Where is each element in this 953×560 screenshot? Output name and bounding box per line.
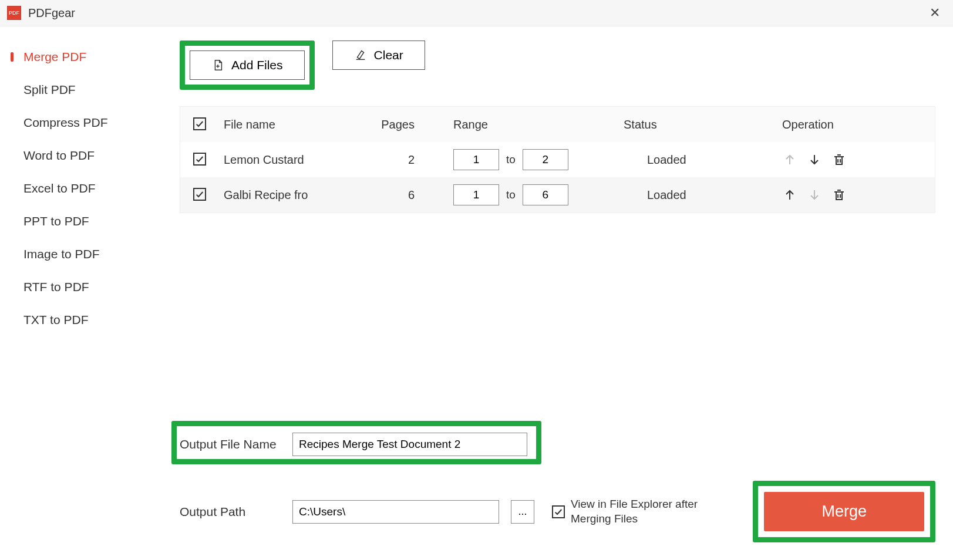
col-status: Status <box>624 118 657 131</box>
sidebar-item-label: Image to PDF <box>23 247 100 261</box>
sidebar-item-label: PPT to PDF <box>23 214 89 228</box>
output-path-input[interactable] <box>292 500 499 524</box>
range-from-input[interactable] <box>453 149 499 170</box>
range-to-input[interactable] <box>523 184 568 205</box>
col-operation: Operation <box>782 118 834 131</box>
add-files-button[interactable]: Add Files <box>190 50 305 80</box>
move-up-icon <box>782 152 797 167</box>
file-name: Lemon Custard <box>224 153 304 167</box>
sidebar-item-merge-pdf[interactable]: Merge PDF <box>0 41 176 73</box>
sidebar-item-split-pdf[interactable]: Split PDF <box>0 73 176 106</box>
add-files-label: Add Files <box>231 58 283 72</box>
sidebar-item-label: RTF to PDF <box>23 280 89 294</box>
file-status: Loaded <box>647 188 686 201</box>
delete-icon[interactable] <box>831 187 847 203</box>
file-status: Loaded <box>647 153 686 166</box>
merge-label: Merge <box>821 502 867 520</box>
sidebar-item-compress-pdf[interactable]: Compress PDF <box>0 106 176 139</box>
delete-icon[interactable] <box>831 152 847 167</box>
row-checkbox[interactable] <box>193 188 206 201</box>
range-to-label: to <box>506 188 516 201</box>
merge-button[interactable]: Merge <box>764 492 924 531</box>
sidebar-item-rtf-to-pdf[interactable]: RTF to PDF <box>0 271 176 303</box>
sidebar-item-word-to-pdf[interactable]: Word to PDF <box>0 139 176 172</box>
sidebar: Merge PDF Split PDF Compress PDF Word to… <box>0 26 176 560</box>
move-down-icon[interactable] <box>807 152 822 167</box>
clear-button[interactable]: Clear <box>332 41 425 70</box>
table-row: Galbi Recipe fro 6 to Loaded <box>180 177 935 212</box>
table-row: Lemon Custard 2 to Loaded <box>180 142 935 177</box>
table-header: File name Pages Range Status Operation <box>180 107 935 142</box>
browse-label: ... <box>518 505 527 518</box>
view-in-explorer-label: View in File Explorer after Merging File… <box>571 497 723 526</box>
select-all-checkbox[interactable] <box>193 117 206 130</box>
file-table: File name Pages Range Status Operation L… <box>180 106 935 213</box>
output-filename-label: Output File Name <box>180 437 281 451</box>
sidebar-item-txt-to-pdf[interactable]: TXT to PDF <box>0 303 176 336</box>
row-checkbox[interactable] <box>193 153 206 166</box>
sidebar-item-excel-to-pdf[interactable]: Excel to PDF <box>0 172 176 205</box>
col-filename: File name <box>224 118 275 131</box>
titlebar: PDF PDFgear ✕ <box>0 0 953 26</box>
sidebar-item-label: Word to PDF <box>23 149 95 162</box>
sidebar-item-ppt-to-pdf[interactable]: PPT to PDF <box>0 205 176 238</box>
highlight-add-files: Add Files <box>180 41 315 90</box>
app-title: PDFgear <box>28 6 75 20</box>
col-range: Range <box>453 118 488 131</box>
output-filename-input[interactable] <box>292 433 527 456</box>
sidebar-item-label: TXT to PDF <box>23 313 88 326</box>
add-file-icon <box>211 59 224 72</box>
sidebar-item-label: Split PDF <box>23 83 76 96</box>
move-up-icon[interactable] <box>782 187 797 203</box>
browse-button[interactable]: ... <box>511 500 534 524</box>
sidebar-item-image-to-pdf[interactable]: Image to PDF <box>0 238 176 271</box>
view-in-explorer-checkbox[interactable] <box>552 505 565 518</box>
clear-label: Clear <box>374 48 403 62</box>
sidebar-item-label: Excel to PDF <box>23 181 96 195</box>
sidebar-item-label: Compress PDF <box>23 116 108 129</box>
highlight-merge: Merge <box>753 481 935 542</box>
file-name: Galbi Recipe fro <box>224 188 308 202</box>
close-icon[interactable]: ✕ <box>924 3 946 23</box>
output-path-label: Output Path <box>180 505 281 519</box>
clear-icon <box>354 49 367 62</box>
range-to-input[interactable] <box>523 149 568 170</box>
file-pages: 2 <box>408 153 415 166</box>
range-to-label: to <box>506 153 516 166</box>
app-icon: PDF <box>7 6 21 20</box>
col-pages: Pages <box>381 118 415 131</box>
range-from-input[interactable] <box>453 184 499 205</box>
move-down-icon <box>807 187 822 203</box>
sidebar-item-label: Merge PDF <box>23 50 86 63</box>
file-pages: 6 <box>408 188 415 201</box>
